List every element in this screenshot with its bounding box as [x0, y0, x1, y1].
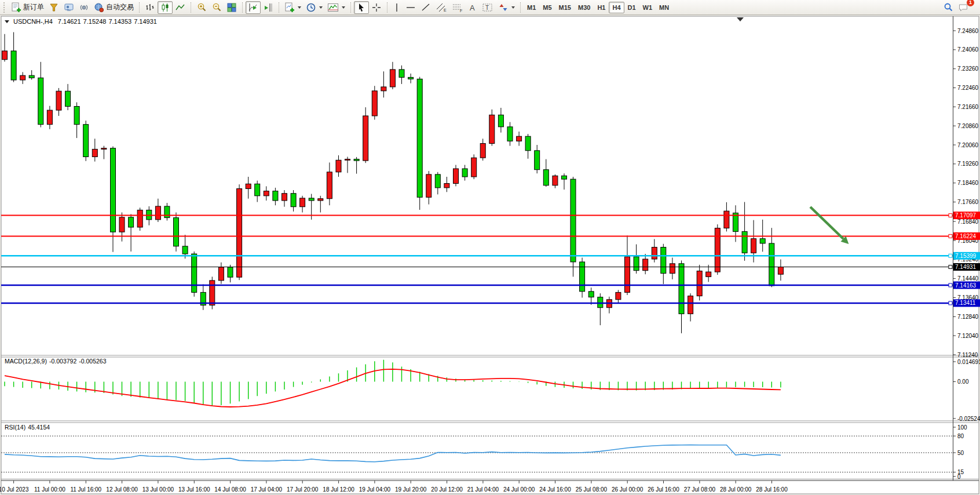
- autotrading-icon: [94, 2, 104, 13]
- arrows-button[interactable]: [496, 1, 517, 14]
- timeframe-h4[interactable]: H4: [609, 2, 624, 13]
- search-button[interactable]: [941, 1, 956, 14]
- svg-text:11 Jul 16:00: 11 Jul 16:00: [70, 486, 101, 493]
- rsi-value: 45.4154: [28, 424, 50, 431]
- svg-text:7.20060: 7.20060: [957, 142, 979, 148]
- bar-chart-button[interactable]: [142, 1, 158, 14]
- svg-text:0: 0: [957, 474, 961, 480]
- horizontal-line-button[interactable]: [403, 1, 418, 14]
- svg-text:27 Jul 08:00: 27 Jul 08:00: [684, 486, 716, 493]
- zoom-in-icon: [196, 2, 207, 13]
- timeframe-m1[interactable]: M1: [524, 2, 539, 13]
- trendline-button[interactable]: [418, 1, 433, 14]
- svg-text:100: 100: [957, 424, 967, 431]
- svg-text:7.18460: 7.18460: [957, 180, 979, 186]
- candlestick-button[interactable]: [158, 1, 173, 14]
- profiles-button[interactable]: [303, 1, 325, 14]
- terminal-button[interactable]: [61, 1, 76, 14]
- trendline-icon: [420, 2, 431, 13]
- crosshair-icon: [371, 2, 382, 13]
- notifications-button[interactable]: 1: [956, 1, 971, 14]
- svg-text:7.14931: 7.14931: [955, 264, 977, 270]
- dropdown-caret: [298, 6, 301, 9]
- horizontal-line-icon: [405, 2, 416, 13]
- macd-name: MACD(12,26,9): [5, 358, 47, 365]
- notification-badge: 1: [967, 0, 974, 6]
- new-chart-button[interactable]: [282, 1, 303, 14]
- text-label-button[interactable]: T: [480, 1, 496, 14]
- channel-icon: E: [436, 2, 447, 13]
- ohlc-close: 7.14931: [134, 18, 157, 25]
- toolbar-separator: [139, 2, 140, 13]
- svg-text:7.14163: 7.14163: [955, 282, 977, 289]
- funnel-icon: [49, 2, 59, 13]
- bar-chart-icon: [145, 2, 155, 13]
- vertical-line-button[interactable]: [390, 1, 403, 14]
- line-chart-button[interactable]: [173, 1, 188, 14]
- timeframe-h1[interactable]: H1: [594, 2, 609, 13]
- svg-text:11 Jul 00:00: 11 Jul 00:00: [34, 486, 65, 493]
- chart-shift-button[interactable]: [261, 1, 276, 14]
- cursor-icon: [356, 2, 367, 13]
- svg-text:24 Jul 00:00: 24 Jul 00:00: [503, 486, 535, 493]
- alerts-button[interactable]: [76, 1, 92, 14]
- new-chart-icon: [284, 2, 295, 13]
- svg-text:A: A: [470, 3, 475, 12]
- chart-canvas[interactable]: 7.248607.240607.232607.224607.216607.208…: [0, 15, 980, 495]
- auto-scroll-icon: [248, 2, 258, 13]
- line-chart-icon: [175, 2, 185, 13]
- new-order-icon: [11, 2, 21, 13]
- svg-text:19 Jul 04:00: 19 Jul 04:00: [359, 486, 391, 493]
- auto-scroll-button[interactable]: [246, 1, 261, 14]
- timeframe-m5[interactable]: M5: [539, 2, 555, 13]
- new-order-button[interactable]: 新订单: [9, 1, 46, 14]
- svg-text:80: 80: [957, 433, 964, 439]
- svg-text:7.12840: 7.12840: [957, 314, 979, 320]
- svg-text:14 Jul 08:00: 14 Jul 08:00: [214, 486, 246, 493]
- svg-text:7.22460: 7.22460: [957, 85, 979, 91]
- timeframe-mn[interactable]: MN: [656, 2, 672, 13]
- svg-text:17 Jul 04:00: 17 Jul 04:00: [251, 486, 283, 493]
- dropdown-caret: [319, 6, 323, 9]
- timeframe-m15[interactable]: M15: [555, 2, 575, 13]
- svg-text:7.14440: 7.14440: [957, 275, 979, 282]
- svg-text:50: 50: [957, 450, 964, 456]
- broadcast-icon: [79, 2, 89, 13]
- cursor-button[interactable]: [354, 1, 369, 14]
- collapse-triangle-icon[interactable]: [5, 20, 9, 23]
- svg-text:0.014691: 0.014691: [957, 359, 980, 365]
- svg-text:7.13411: 7.13411: [955, 300, 976, 306]
- chart-title: USDCNH-,H4 7.14621 7.15248 7.14353 7.149…: [5, 18, 157, 25]
- ohlc-low: 7.14353: [108, 18, 131, 25]
- svg-text:7.17660: 7.17660: [957, 199, 979, 205]
- dropdown-caret: [342, 6, 345, 9]
- toolbar-separator: [387, 2, 387, 13]
- svg-text:19 Jul 20:00: 19 Jul 20:00: [395, 486, 427, 493]
- terminal-user-icon: [64, 2, 74, 13]
- fibonacci-icon: F: [452, 2, 463, 13]
- svg-text:0.00: 0.00: [957, 378, 969, 385]
- toolbar-separator: [350, 2, 351, 13]
- svg-text:T: T: [485, 5, 489, 11]
- timeframe-w1[interactable]: W1: [639, 2, 656, 13]
- svg-text:7.16840: 7.16840: [957, 219, 979, 225]
- template-button[interactable]: [325, 1, 348, 14]
- autotrading-button[interactable]: 自动交易: [92, 1, 136, 14]
- ohlc-open: 7.14621: [58, 18, 81, 25]
- text-icon: A: [468, 2, 477, 13]
- svg-text:7.16224: 7.16224: [955, 233, 977, 239]
- ohlc-high: 7.15248: [83, 18, 107, 25]
- tile-windows-button[interactable]: [224, 1, 239, 14]
- timeframe-m30[interactable]: M30: [575, 2, 594, 13]
- zoom-out-button[interactable]: [209, 1, 224, 14]
- equidistant-channel-button[interactable]: E: [433, 1, 449, 14]
- text-button[interactable]: A: [466, 1, 480, 14]
- crosshair-button[interactable]: [369, 1, 384, 14]
- svg-text:13 Jul 00:00: 13 Jul 00:00: [142, 486, 174, 493]
- timeframe-d1[interactable]: D1: [624, 2, 639, 13]
- toolbar-grip[interactable]: [3, 2, 6, 13]
- svg-text:28 Jul 00:00: 28 Jul 00:00: [720, 486, 752, 493]
- zoom-in-button[interactable]: [194, 1, 209, 14]
- styler-button[interactable]: [46, 1, 61, 14]
- fibonacci-button[interactable]: F: [449, 1, 466, 14]
